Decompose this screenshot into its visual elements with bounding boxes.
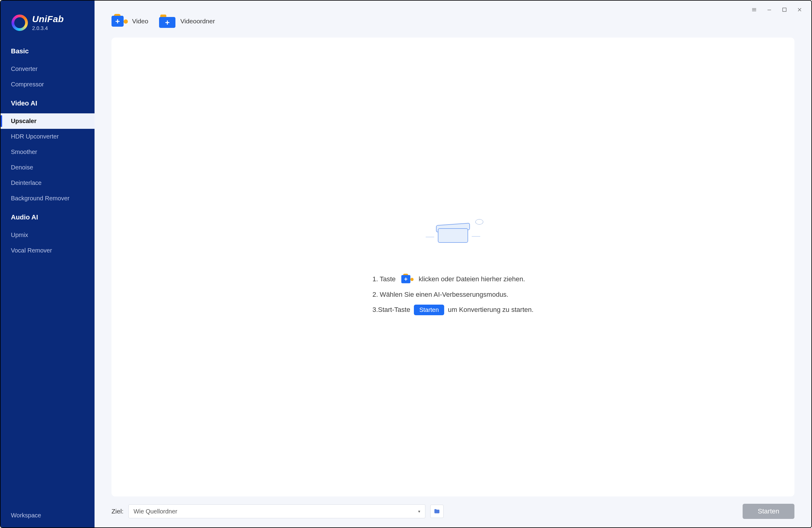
inline-start-button: Starten — [414, 304, 444, 315]
app-window: UniFab 2.0.3.4 Basic Converter Compresso… — [0, 0, 812, 528]
folder-icon — [434, 508, 440, 515]
minimize-icon[interactable] — [762, 4, 776, 16]
app-version: 2.0.3.4 — [32, 26, 64, 31]
sidebar-item-deinterlace[interactable]: Deinterlace — [1, 175, 95, 191]
step3-text-a: 3.Start-Taste — [372, 306, 410, 314]
app-name: UniFab — [32, 14, 64, 24]
empty-illustration — [423, 219, 483, 246]
instruction-step-2: 2. Wählen Sie einen AI-Verbesserungsmodu… — [372, 291, 534, 299]
toolbar: + Video + Videoordner — [95, 1, 811, 38]
step1-text-a: 1. Taste — [372, 275, 396, 283]
step1-text-b: klicken oder Dateien hierher ziehen. — [419, 275, 525, 283]
logo-text: UniFab 2.0.3.4 — [32, 14, 64, 31]
destination-label: Ziel: — [112, 508, 124, 515]
footer-bar: Ziel: Wie Quellordner ▾ Starten — [95, 504, 811, 527]
inline-video-plus-icon: + — [401, 274, 413, 285]
start-button[interactable]: Starten — [743, 504, 794, 519]
step3-text-b: um Konvertierung zu starten. — [448, 306, 533, 314]
app-logo: UniFab 2.0.3.4 — [1, 7, 95, 40]
sidebar: UniFab 2.0.3.4 Basic Converter Compresso… — [1, 1, 95, 527]
sidebar-item-smoother[interactable]: Smoother — [1, 144, 95, 160]
folder-plus-icon: + — [159, 14, 175, 28]
section-video-ai: Video AI — [1, 92, 95, 113]
menu-icon[interactable] — [747, 4, 761, 16]
browse-folder-button[interactable] — [430, 505, 444, 518]
sidebar-item-compressor[interactable]: Compressor — [1, 77, 95, 92]
sidebar-item-denoise[interactable]: Denoise — [1, 160, 95, 175]
main-panel: + Video + Videoordner 1. Taste — [95, 1, 811, 527]
add-folder-button[interactable]: + Videoordner — [159, 14, 215, 28]
chevron-down-icon: ▾ — [418, 509, 420, 514]
add-video-button[interactable]: + Video — [112, 14, 148, 28]
section-audio-ai: Audio AI — [1, 206, 95, 227]
sidebar-item-workspace[interactable]: Workspace — [1, 506, 95, 527]
section-basic: Basic — [1, 40, 95, 61]
destination-select[interactable]: Wie Quellordner ▾ — [129, 504, 425, 518]
sidebar-item-upscaler[interactable]: Upscaler — [1, 113, 95, 129]
drop-zone[interactable]: 1. Taste + klicken oder Dateien hierher … — [112, 38, 794, 497]
instruction-list: 1. Taste + klicken oder Dateien hierher … — [372, 274, 534, 315]
destination-value: Wie Quellordner — [134, 508, 177, 515]
sidebar-item-vocal-remover[interactable]: Vocal Remover — [1, 243, 95, 258]
maximize-icon[interactable] — [778, 4, 792, 16]
window-controls — [747, 4, 807, 16]
video-plus-icon: + — [112, 14, 127, 28]
sidebar-item-upmix[interactable]: Upmix — [1, 227, 95, 243]
logo-icon — [12, 15, 28, 31]
close-icon[interactable] — [793, 4, 807, 16]
instruction-step-1: 1. Taste + klicken oder Dateien hierher … — [372, 274, 534, 285]
add-folder-label: Videoordner — [180, 18, 215, 25]
sidebar-item-background-remover[interactable]: Background Remover — [1, 191, 95, 206]
svg-rect-0 — [783, 8, 786, 12]
add-video-label: Video — [132, 18, 148, 25]
sidebar-item-converter[interactable]: Converter — [1, 61, 95, 77]
sidebar-item-hdr-upconverter[interactable]: HDR Upconverter — [1, 129, 95, 144]
instruction-step-3: 3.Start-Taste Starten um Konvertierung z… — [372, 304, 534, 315]
